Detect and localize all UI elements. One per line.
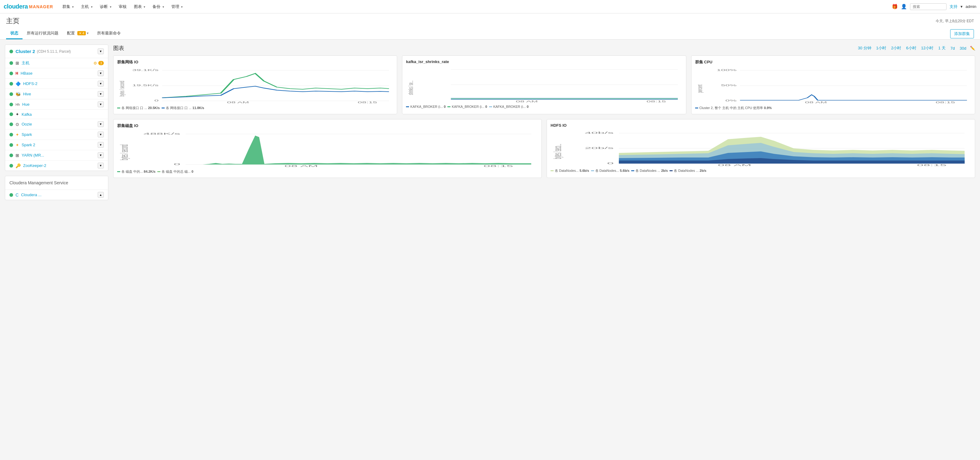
- nav-diagnostics[interactable]: 诊断 ▾: [97, 0, 115, 13]
- time-btn-30min[interactable]: 30 分钟: [857, 45, 873, 51]
- hosts-icon: ⊞: [16, 61, 19, 65]
- hive-dropdown-btn[interactable]: ▾: [98, 91, 104, 97]
- legend-dot: [162, 107, 165, 109]
- list-item: ✦ Kafka: [5, 110, 108, 119]
- service-name-hue[interactable]: Hue: [22, 102, 98, 107]
- zookeeper-dropdown-btn[interactable]: ▾: [98, 163, 104, 168]
- time-btn-6h[interactable]: 6小时: [905, 45, 917, 51]
- svg-text:bytes / seco...: bytes / seco...: [552, 144, 563, 159]
- svg-marker-28: [186, 136, 531, 165]
- nav-admin[interactable]: 管理 ▾: [168, 0, 186, 13]
- legend-item: 各 DataNodes... 5.6b/s: [591, 168, 630, 173]
- hdfs-icon: 🔷: [16, 81, 21, 86]
- time-btn-12h[interactable]: 12小时: [920, 45, 935, 51]
- user-icon[interactable]: 👤: [901, 4, 907, 10]
- service-status-dot: [10, 123, 13, 126]
- service-status-dot: [10, 82, 13, 86]
- nav-hosts[interactable]: 主机 ▾: [78, 0, 95, 13]
- network-io-svg: 39.1K/s 19.5K/s 0 08 AM 08:15: [117, 67, 393, 104]
- spark-dropdown-btn[interactable]: ▾: [98, 132, 104, 137]
- legend-item: KAFKA_BROKER (i... 0: [489, 105, 529, 109]
- hdfs-dropdown-btn[interactable]: ▾: [98, 81, 104, 86]
- nav-charts[interactable]: 图表 ▾: [131, 0, 148, 13]
- svg-text:percent: percent: [696, 85, 703, 93]
- nav-charts-arrow: ▾: [144, 5, 145, 8]
- cluster-name[interactable]: Cluster 2: [16, 49, 35, 54]
- service-status-dot: [10, 164, 13, 168]
- gift-icon[interactable]: 🎁: [892, 4, 898, 10]
- nav-diag-arrow: ▾: [110, 5, 111, 8]
- mgmt-dropdown-btn[interactable]: ▴: [98, 192, 104, 198]
- legend-dot: [117, 107, 120, 109]
- legend-label: 各 DataNodes... 5.6b/s: [595, 168, 630, 173]
- service-name-cloudera[interactable]: Cloudera ...: [21, 193, 98, 197]
- legend-label: 各 磁盘 中的总 磁... 0: [162, 169, 194, 174]
- oozie-dropdown-btn[interactable]: ▾: [98, 121, 104, 127]
- chart-network-io: 群集网络 IO 39.1K/s 19.5K/s 0: [113, 56, 397, 114]
- hue-icon: Hh: [16, 103, 20, 106]
- nav-admin-arrow: ▾: [181, 5, 183, 8]
- brand-cloudera-text: cloudera: [4, 3, 28, 10]
- cluster-meta: (CDH 5.11.1, Parcel): [37, 50, 71, 54]
- tab-health-issues[interactable]: 所有运行状况问题: [22, 28, 63, 39]
- service-name-spark2[interactable]: Spark 2: [22, 142, 98, 147]
- list-item: 🔷 HDFS-2 ▾: [5, 78, 108, 89]
- brand-logo[interactable]: cloudera MANAGER: [4, 3, 53, 10]
- svg-text:08 AM: 08 AM: [718, 164, 751, 167]
- svg-text:0: 0: [154, 99, 159, 102]
- tab-recent-commands[interactable]: 所有最新命令: [93, 28, 125, 39]
- spark-icon: ✦: [16, 132, 19, 137]
- add-cluster-button[interactable]: 添加群集: [950, 29, 974, 38]
- legend-item: KAFKA_BROKER (i... 0: [447, 105, 487, 109]
- legend-label: 各 DataNodes ... 2b/s: [635, 168, 668, 173]
- page-title: 主页: [6, 16, 19, 26]
- tab-config[interactable]: 配置 ✕ 4 ▾: [63, 28, 93, 39]
- svg-text:shrinks / se...: shrinks / se...: [407, 80, 415, 95]
- chart-edit-icon[interactable]: ✏️: [970, 46, 975, 51]
- tabs: 状态 所有运行状况问题 配置 ✕ 4 ▾ 所有最新命令: [6, 28, 125, 39]
- list-item: C Cloudera ... ▴: [5, 190, 108, 200]
- yarn-dropdown-btn[interactable]: ▾: [98, 152, 104, 158]
- legend-label: KAFKA_BROKER (i... 0: [410, 105, 445, 109]
- nav-cluster[interactable]: 群集 ▾: [59, 0, 77, 13]
- support-link[interactable]: 支持: [950, 4, 958, 10]
- hive-icon: 🐝: [16, 92, 21, 97]
- service-name-yarn[interactable]: YARN (MR...: [22, 153, 98, 158]
- nav-audit[interactable]: 审核: [116, 0, 130, 13]
- nav-backup[interactable]: 备份 ▾: [150, 0, 167, 13]
- charts-bottom-row: 群集磁盘 IO 488K/s 0 08 AM 08:15 bytes / sec…: [113, 119, 975, 178]
- hue-dropdown-btn[interactable]: ▾: [98, 101, 104, 107]
- service-name-hbase[interactable]: HBase: [21, 71, 98, 75]
- service-status-dot: [10, 133, 13, 136]
- time-btn-1d[interactable]: 1 天: [937, 45, 947, 51]
- spark2-icon: ✦: [16, 142, 19, 147]
- svg-text:bytes / second: bytes / second: [118, 81, 126, 97]
- search-input[interactable]: [910, 3, 947, 10]
- time-btn-1h[interactable]: 1小时: [875, 45, 888, 51]
- service-name-spark[interactable]: Spark: [22, 132, 98, 137]
- kafka-icon: ✦: [16, 112, 19, 117]
- list-item: 🔑 ZooKeeper-2 ▾: [5, 161, 108, 171]
- service-name-hive[interactable]: Hive: [23, 92, 98, 96]
- time-btn-7d[interactable]: 7d: [949, 45, 956, 51]
- service-name-hosts[interactable]: 主机: [22, 60, 92, 66]
- zookeeper-icon: 🔑: [16, 163, 21, 168]
- time-btn-2h[interactable]: 2小时: [890, 45, 902, 51]
- hbase-dropdown-btn[interactable]: ▾: [98, 70, 104, 76]
- service-name-oozie[interactable]: Oozie: [22, 122, 98, 126]
- cluster-dropdown-btn[interactable]: ▾: [98, 48, 104, 54]
- chart-network-io-legend: 各 网络接口 口 ... 20.5K/s 各 网络接口 口 ... 11.8K/…: [117, 106, 393, 110]
- nav-hosts-arrow: ▾: [91, 5, 92, 8]
- tab-status[interactable]: 状态: [6, 28, 22, 39]
- time-btn-30d[interactable]: 30d: [958, 45, 967, 51]
- page-time: 今天, 早上8点20分 EDT: [935, 19, 974, 24]
- service-name-zookeeper[interactable]: ZooKeeper-2: [23, 163, 98, 168]
- service-name-kafka[interactable]: Kafka: [22, 112, 104, 117]
- service-name-hdfs[interactable]: HDFS-2: [23, 81, 98, 86]
- svg-text:40b/s: 40b/s: [585, 131, 614, 134]
- nav-backup-arrow: ▾: [162, 5, 164, 8]
- svg-text:08 AM: 08 AM: [285, 165, 318, 168]
- spark2-dropdown-btn[interactable]: ▾: [98, 142, 104, 148]
- legend-dot: [550, 170, 554, 171]
- service-status-dot: [10, 61, 13, 65]
